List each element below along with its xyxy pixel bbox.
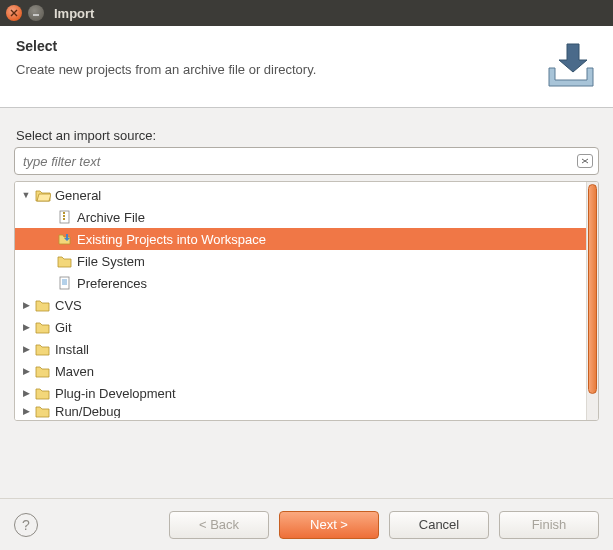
expand-toggle-icon[interactable]: ▼ xyxy=(21,190,31,200)
tree-label: General xyxy=(55,188,101,203)
svg-rect-4 xyxy=(60,277,69,289)
svg-rect-3 xyxy=(63,218,65,220)
folder-icon xyxy=(35,364,51,378)
tree-label: Git xyxy=(55,320,72,335)
content-area: Select an import source: ▼ General Archi… xyxy=(0,108,613,421)
title-bar: Import xyxy=(0,0,613,26)
expand-toggle-icon[interactable]: ▶ xyxy=(21,322,31,332)
preferences-file-icon xyxy=(57,276,73,290)
svg-rect-2 xyxy=(63,215,65,217)
folder-icon xyxy=(35,386,51,400)
tree-label: Preferences xyxy=(77,276,147,291)
tree-item-existing-projects[interactable]: Existing Projects into Workspace xyxy=(15,228,586,250)
finish-button[interactable]: Finish xyxy=(499,511,599,539)
button-bar: ? < Back Next > Cancel Finish xyxy=(0,498,613,550)
next-button[interactable]: Next > xyxy=(279,511,379,539)
minimize-icon[interactable] xyxy=(28,5,44,21)
tree-item-file-system[interactable]: File System xyxy=(15,250,586,272)
tree-category-install[interactable]: ▶ Install xyxy=(15,338,586,360)
scrollbar-thumb[interactable] xyxy=(588,184,597,394)
expand-toggle-icon[interactable]: ▶ xyxy=(21,300,31,310)
close-icon[interactable] xyxy=(6,5,22,21)
tree-label: CVS xyxy=(55,298,82,313)
window-title: Import xyxy=(54,6,94,21)
import-source-tree: ▼ General Archive File Existing Projects… xyxy=(14,181,599,421)
expand-toggle-icon[interactable]: ▶ xyxy=(21,366,31,376)
svg-rect-1 xyxy=(63,212,65,214)
clear-filter-icon[interactable] xyxy=(577,154,593,168)
wizard-header: Select Create new projects from an archi… xyxy=(0,26,613,108)
folder-icon xyxy=(35,404,51,418)
tree-category-cvs[interactable]: ▶ CVS xyxy=(15,294,586,316)
tree-label: Archive File xyxy=(77,210,145,225)
expand-toggle-icon[interactable]: ▶ xyxy=(21,344,31,354)
tree-label: File System xyxy=(77,254,145,269)
tree-label: Existing Projects into Workspace xyxy=(77,232,266,247)
tree-label: Plug-in Development xyxy=(55,386,176,401)
folder-open-icon xyxy=(35,188,51,202)
cancel-button[interactable]: Cancel xyxy=(389,511,489,539)
tree-category-git[interactable]: ▶ Git xyxy=(15,316,586,338)
expand-toggle-icon[interactable]: ▶ xyxy=(21,388,31,398)
help-button[interactable]: ? xyxy=(14,513,38,537)
page-title: Select xyxy=(16,38,597,54)
tree-category-plugin-dev[interactable]: ▶ Plug-in Development xyxy=(15,382,586,404)
archive-file-icon xyxy=(57,210,73,224)
filter-input[interactable] xyxy=(14,147,599,175)
project-import-icon xyxy=(57,232,73,246)
scrollbar[interactable] xyxy=(586,182,598,420)
tree-label: Run/Debug xyxy=(55,404,121,418)
back-button[interactable]: < Back xyxy=(169,511,269,539)
tree-item-preferences[interactable]: Preferences xyxy=(15,272,586,294)
tree-label: Install xyxy=(55,342,89,357)
expand-toggle-icon[interactable]: ▶ xyxy=(21,406,31,416)
folder-icon xyxy=(35,342,51,356)
tree-category-maven[interactable]: ▶ Maven xyxy=(15,360,586,382)
filter-label: Select an import source: xyxy=(16,128,599,143)
tree-category-general[interactable]: ▼ General xyxy=(15,184,586,206)
folder-icon xyxy=(57,254,73,268)
tree-item-archive-file[interactable]: Archive File xyxy=(15,206,586,228)
folder-icon xyxy=(35,320,51,334)
tree-category-run-debug[interactable]: ▶ Run/Debug xyxy=(15,404,586,418)
folder-icon xyxy=(35,298,51,312)
import-icon xyxy=(543,38,599,94)
page-subtitle: Create new projects from an archive file… xyxy=(16,62,597,77)
tree-label: Maven xyxy=(55,364,94,379)
